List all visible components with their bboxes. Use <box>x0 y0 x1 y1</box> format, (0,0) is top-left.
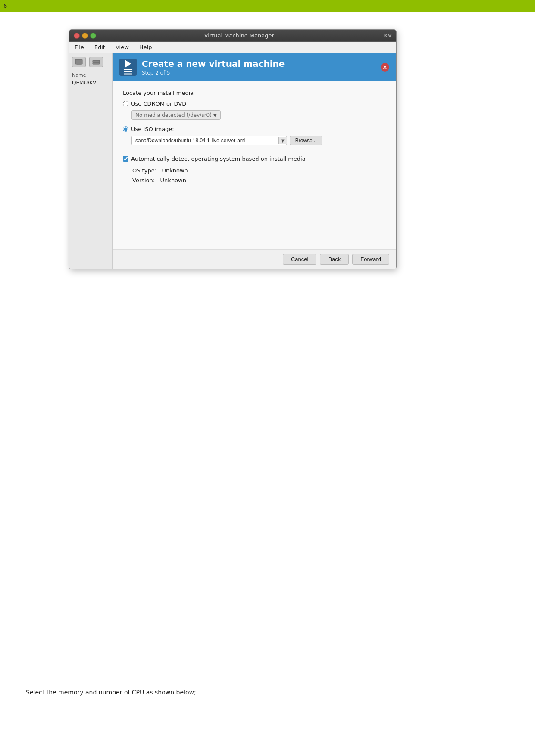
dialog-header-text: Create a new virtual machine Step 2 of 5 <box>142 59 285 76</box>
locate-media-label: Locate your install media <box>123 90 386 96</box>
sidebar-vm-name: QEMU/KV <box>72 80 110 86</box>
vmm-window: Virtual Machine Manager KV File Edit Vie… <box>69 29 397 269</box>
iso-radio-row: Use ISO image: <box>123 126 386 132</box>
iso-path-input[interactable] <box>132 136 278 145</box>
version-label: Version: <box>132 177 155 184</box>
menu-view[interactable]: View <box>114 43 131 51</box>
dialog-main: Create a new virtual machine Step 2 of 5… <box>113 53 396 269</box>
svg-rect-0 <box>75 59 82 64</box>
cdrom-radio-label[interactable]: Use CDROM or DVD <box>131 100 186 107</box>
dialog-close-button[interactable]: ✕ <box>381 63 389 72</box>
auto-detect-checkbox[interactable] <box>123 156 128 162</box>
dialog-wrapper: Name QEMU/KV <box>69 53 396 269</box>
cdrom-dropdown-field[interactable]: No media detected (/dev/sr0) ▼ <box>131 110 221 120</box>
cdrom-radio-row: Use CDROM or DVD <box>123 100 386 107</box>
kv-label: KV <box>384 33 392 39</box>
toolbar-icon-storage[interactable] <box>89 57 103 67</box>
cdrom-dropdown-value: No media detected (/dev/sr0) <box>135 112 212 118</box>
cancel-button[interactable]: Cancel <box>283 254 316 265</box>
menu-help[interactable]: Help <box>138 43 154 51</box>
bottom-instruction-text: Select the memory and number of CPU as s… <box>26 689 196 696</box>
os-type-row: OS type: Unknown <box>132 166 386 175</box>
version-row: Version: Unknown <box>132 175 386 185</box>
dropdown-arrow-icon: ▼ <box>213 113 217 118</box>
menu-file[interactable]: File <box>73 43 86 51</box>
iso-input-group: ▼ <box>131 136 287 145</box>
maximize-button[interactable] <box>90 33 96 39</box>
os-type-label: OS type: <box>132 167 156 174</box>
iso-radio-label[interactable]: Use ISO image: <box>131 126 174 132</box>
toolbar-icon-vm[interactable] <box>72 57 86 67</box>
vmm-titlebar: Virtual Machine Manager KV <box>69 30 396 42</box>
auto-detect-row: Automatically detect operating system ba… <box>123 156 386 162</box>
play-icon <box>125 60 131 68</box>
back-button[interactable]: Back <box>320 254 349 265</box>
os-info: OS type: Unknown Version: Unknown <box>132 166 386 186</box>
progress-bars <box>124 69 132 75</box>
forward-button[interactable]: Forward <box>352 254 389 265</box>
page-number: 6 <box>3 3 7 9</box>
dialog-footer: Cancel Back Forward <box>113 249 396 269</box>
auto-detect-label[interactable]: Automatically detect operating system ba… <box>131 156 306 162</box>
cdrom-radio[interactable] <box>123 101 128 106</box>
sidebar-panel: Name QEMU/KV <box>69 53 113 269</box>
cdrom-dropdown: No media detected (/dev/sr0) ▼ <box>131 110 386 120</box>
iso-radio[interactable] <box>123 126 128 132</box>
dialog-subtitle: Step 2 of 5 <box>142 70 285 76</box>
svg-rect-1 <box>77 64 81 65</box>
version-value: Unknown <box>160 177 186 184</box>
top-bar <box>0 0 535 12</box>
vmm-title: Virtual Machine Manager <box>96 32 382 39</box>
os-type-value: Unknown <box>162 167 188 174</box>
dialog-header: Create a new virtual machine Step 2 of 5… <box>113 53 396 81</box>
sidebar-name-label: Name <box>72 72 110 78</box>
svg-rect-3 <box>93 62 100 64</box>
minimize-button[interactable] <box>82 33 88 39</box>
window-buttons <box>74 33 96 39</box>
dialog-title: Create a new virtual machine <box>142 59 285 69</box>
dialog-body: Locate your install media Use CDROM or D… <box>113 81 396 249</box>
browse-button[interactable]: Browse... <box>290 136 322 145</box>
dialog-icon <box>119 59 137 76</box>
iso-dropdown-button[interactable]: ▼ <box>278 137 287 144</box>
svg-rect-2 <box>93 60 100 62</box>
vmm-menubar: File Edit View Help <box>69 42 396 53</box>
iso-input-row: ▼ Browse... <box>131 136 386 145</box>
menu-edit[interactable]: Edit <box>93 43 107 51</box>
close-button[interactable] <box>74 33 80 39</box>
